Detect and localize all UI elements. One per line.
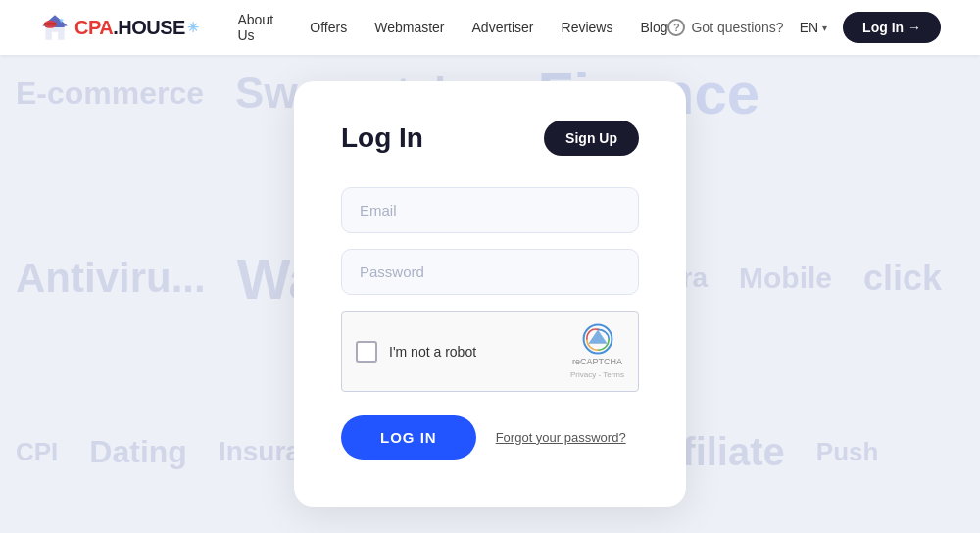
got-questions-label: Got questions? xyxy=(691,20,783,35)
nav-reviews[interactable]: Reviews xyxy=(562,20,613,35)
recaptcha-brand-text: reCAPTCHA xyxy=(572,357,622,368)
login-card: Log In Sign Up I'm not a robot xyxy=(294,81,686,507)
recaptcha-sub-text: Privacy - Terms xyxy=(570,370,624,379)
card-header: Log In Sign Up xyxy=(341,121,639,156)
svg-text:✳: ✳ xyxy=(59,17,64,24)
recaptcha-label: I'm not a robot xyxy=(389,344,476,360)
bottom-row: LOG IN Forgot your password? xyxy=(341,415,639,460)
recaptcha-widget[interactable]: I'm not a robot reCAPTCHA Privacy - Term… xyxy=(341,311,639,392)
password-field-group xyxy=(341,249,639,295)
nav-blog[interactable]: Blog xyxy=(640,20,667,35)
signup-button[interactable]: Sign Up xyxy=(544,121,639,156)
email-input[interactable] xyxy=(341,187,639,233)
forgot-password-link[interactable]: Forgot your password? xyxy=(496,430,626,445)
navbar: ✳ CPA.HOUSE ✳ About Us Offers Webmaster … xyxy=(0,0,980,55)
password-input[interactable] xyxy=(341,249,639,295)
language-label: EN xyxy=(800,20,818,35)
recaptcha-checkbox[interactable] xyxy=(356,341,377,363)
recaptcha-right: reCAPTCHA Privacy - Terms xyxy=(570,323,624,379)
got-questions[interactable]: ? Got questions? xyxy=(667,19,783,36)
main-area: Log In Sign Up I'm not a robot xyxy=(0,55,980,533)
language-selector[interactable]: EN ▾ xyxy=(800,20,827,35)
login-submit-button[interactable]: LOG IN xyxy=(341,415,476,460)
nav-links: About Us Offers Webmaster Advertiser Rev… xyxy=(237,12,667,43)
question-icon: ? xyxy=(667,19,685,36)
chevron-down-icon: ▾ xyxy=(822,23,827,33)
card-title: Log In xyxy=(341,122,423,154)
nav-advertiser[interactable]: Advertiser xyxy=(472,20,534,35)
nav-offers[interactable]: Offers xyxy=(310,20,347,35)
nav-webmaster[interactable]: Webmaster xyxy=(374,20,444,35)
svg-rect-3 xyxy=(44,23,57,24)
navbar-login-button[interactable]: Log In → xyxy=(843,12,941,43)
recaptcha-left: I'm not a robot xyxy=(356,341,476,363)
email-field-group xyxy=(341,187,639,233)
nav-about-us[interactable]: About Us xyxy=(237,12,282,43)
nav-right: ? Got questions? EN ▾ Log In → xyxy=(667,12,941,43)
recaptcha-logo-icon xyxy=(582,323,613,355)
logo[interactable]: ✳ CPA.HOUSE ✳ xyxy=(39,12,198,43)
logo-icon: ✳ xyxy=(39,12,71,43)
